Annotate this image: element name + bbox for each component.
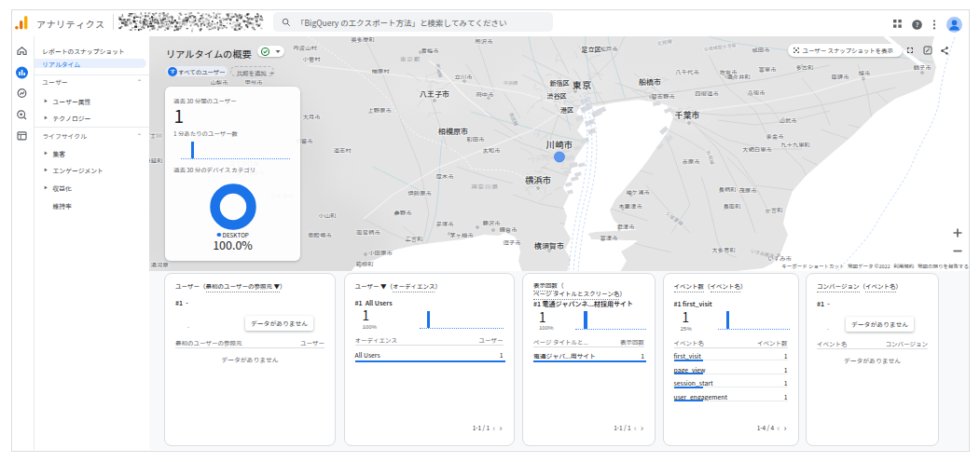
- svg-text:東京: 東京: [572, 77, 591, 91]
- svg-text:山武市: 山武市: [779, 116, 797, 125]
- svg-text:横須賀市: 横須賀市: [534, 240, 564, 251]
- svg-text:千葉市: 千葉市: [674, 109, 699, 121]
- svg-text:立川市: 立川市: [454, 73, 473, 81]
- svg-text:南足柄市: 南足柄市: [355, 228, 380, 237]
- svg-text:長南町: 長南町: [723, 202, 741, 211]
- svg-text:袖ケ浦市: 袖ケ浦市: [626, 188, 650, 197]
- svg-text:箱根町: 箱根町: [355, 260, 374, 268]
- svg-text:鎌倉市: 鎌倉市: [499, 225, 518, 234]
- svg-text:?: ?: [916, 20, 919, 29]
- svg-text:匝瑳市: 匝瑳市: [831, 73, 849, 81]
- svg-text:身延町: 身延町: [149, 156, 163, 165]
- svg-text:横浜市: 横浜市: [525, 173, 552, 186]
- svg-text:東京都: 東京都: [400, 55, 421, 63]
- svg-text:す: す: [169, 67, 174, 75]
- svg-text:足立区: 足立区: [581, 45, 601, 54]
- svg-text:渋谷区: 渋谷区: [546, 91, 567, 101]
- svg-text:八千代市: 八千代市: [675, 68, 699, 76]
- svg-text:市原市: 市原市: [682, 157, 700, 166]
- svg-text:秦野市: 秦野市: [393, 209, 412, 217]
- svg-text:東金市: 東金市: [766, 132, 784, 141]
- svg-text:酒々井町: 酒々井町: [726, 73, 751, 81]
- svg-text:成田市: 成田市: [752, 46, 770, 54]
- svg-text:船橋市: 船橋市: [639, 76, 661, 87]
- svg-text:一宮町: 一宮町: [765, 206, 783, 214]
- svg-text:茂原市: 茂原市: [738, 186, 757, 195]
- svg-text:富里市: 富里市: [758, 65, 777, 74]
- svg-text:山梨市: 山梨市: [210, 78, 228, 87]
- svg-text:厚木市: 厚木市: [435, 172, 454, 181]
- svg-text:所沢市: 所沢市: [475, 37, 493, 46]
- svg-text:富津市: 富津市: [600, 234, 618, 242]
- svg-text:甲州市: 甲州市: [244, 78, 263, 87]
- svg-text:旭市: 旭市: [859, 69, 871, 77]
- svg-text:上野原市: 上野原市: [367, 106, 392, 115]
- svg-text:逗子市: 逗子市: [503, 238, 521, 247]
- svg-text:松戸市: 松戸市: [600, 45, 618, 53]
- svg-text:長柄町: 長柄町: [718, 185, 737, 194]
- svg-text:平塚市: 平塚市: [435, 220, 454, 228]
- svg-text:大和市: 大和市: [482, 146, 501, 155]
- svg-text:習志野市: 習志野市: [651, 92, 675, 101]
- svg-text:八王子市: 八王子市: [420, 88, 449, 99]
- svg-text:君津市: 君津市: [616, 223, 635, 231]
- svg-text:町田市: 町田市: [466, 135, 485, 143]
- svg-text:大月市: 大月市: [302, 113, 321, 121]
- svg-text:藤沢市: 藤沢市: [482, 219, 501, 227]
- svg-text:御殿場市: 御殿場市: [308, 231, 332, 239]
- svg-text:奥多摩町: 奥多摩町: [351, 36, 375, 44]
- svg-text:小田原市: 小田原市: [368, 249, 393, 257]
- svg-text:木更津市: 木更津市: [618, 202, 642, 211]
- svg-text:湯河原: 湯河原: [150, 261, 169, 269]
- svg-text:銚子市: 銚子市: [913, 63, 932, 72]
- svg-text:伊勢原市: 伊勢原市: [407, 189, 432, 197]
- svg-text:小山町: 小山町: [318, 211, 337, 220]
- svg-text:檜原村: 檜原村: [371, 67, 390, 75]
- svg-text:新宿区: 新宿区: [549, 78, 570, 88]
- svg-text:道志村: 道志村: [333, 146, 352, 155]
- svg-text:相模原市: 相模原市: [437, 126, 468, 136]
- svg-text:川崎市: 川崎市: [546, 138, 573, 151]
- svg-text:中央線: 中央線: [504, 79, 518, 86]
- svg-text:小菅村: 小菅村: [302, 55, 321, 63]
- svg-text:九十九里町: 九十九里町: [780, 141, 811, 149]
- svg-text:大網白里市: 大網白里市: [742, 145, 773, 154]
- svg-text:二宮町: 二宮町: [405, 235, 423, 243]
- svg-text:四街道市: 四街道市: [695, 89, 719, 98]
- svg-text:八街市: 八街市: [747, 88, 766, 97]
- svg-text:富士川: 富士川: [149, 131, 162, 140]
- svg-text:大多喜町: 大多喜町: [711, 246, 736, 254]
- svg-text:青梅市: 青梅市: [421, 47, 439, 55]
- svg-text:神奈川県: 神奈川県: [471, 183, 499, 191]
- svg-text:多古町: 多古町: [795, 63, 814, 72]
- svg-text:府中市: 府中市: [476, 90, 494, 99]
- svg-text:港区: 港区: [560, 105, 573, 115]
- svg-text:丹波山村: 丹波山村: [293, 44, 317, 52]
- svg-text:茅ヶ崎市: 茅ヶ崎市: [449, 231, 474, 239]
